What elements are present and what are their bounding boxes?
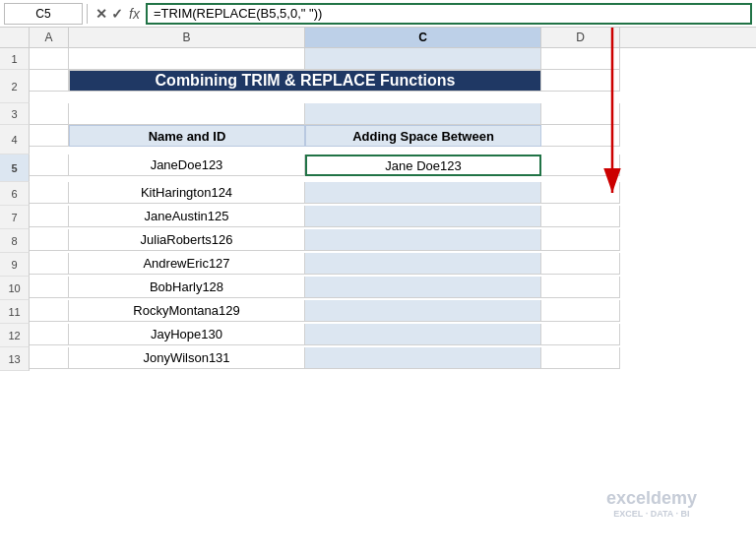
cell-a13[interactable] xyxy=(30,347,69,369)
row-number: 8 xyxy=(0,229,30,253)
confirm-icon[interactable]: ✓ xyxy=(111,6,123,22)
cell-c9[interactable] xyxy=(305,253,541,275)
col-header-a[interactable]: A xyxy=(30,28,69,47)
row-header-spacer xyxy=(0,28,30,47)
cell-b7[interactable]: JaneAustin125 xyxy=(69,206,305,227)
fx-label: fx xyxy=(129,6,140,22)
cell-a9[interactable] xyxy=(30,253,69,275)
cell-d5[interactable] xyxy=(541,155,620,176)
cell-b5-text: JaneDoe123 xyxy=(151,157,223,172)
table-row: 6 KitHarington124 xyxy=(0,182,756,206)
table-row: 13 JonyWilson131 xyxy=(0,347,756,371)
row-number: 1 xyxy=(0,48,30,70)
cell-c11[interactable] xyxy=(305,300,541,322)
cell-b12[interactable]: JayHope130 xyxy=(69,324,305,345)
col-header-d[interactable]: D xyxy=(541,28,620,47)
formula-bar-divider xyxy=(87,4,88,24)
row-number: 10 xyxy=(0,277,30,300)
cell-a11[interactable] xyxy=(30,300,69,322)
cell-a8[interactable] xyxy=(30,229,69,251)
cancel-icon[interactable]: ✕ xyxy=(95,6,107,22)
cell-d2[interactable] xyxy=(541,70,620,92)
cell-c5[interactable]: Jane Doe123 xyxy=(305,155,541,176)
cell-c10[interactable] xyxy=(305,277,541,298)
cell-c13[interactable] xyxy=(305,347,541,369)
cell-a1[interactable] xyxy=(30,48,69,70)
cell-d12[interactable] xyxy=(541,324,620,345)
table-row: 9 AndrewEric127 xyxy=(0,253,756,277)
row-number: 11 xyxy=(0,300,30,324)
cell-d9[interactable] xyxy=(541,253,620,275)
cell-ref-text: C5 xyxy=(35,7,50,21)
cell-d13[interactable] xyxy=(541,347,620,369)
table-row: 12 JayHope130 xyxy=(0,324,756,347)
row-number: 5 xyxy=(0,155,30,182)
row-number: 6 xyxy=(0,182,30,206)
cell-c6[interactable] xyxy=(305,182,541,204)
col-header-c[interactable]: C xyxy=(305,28,541,47)
cell-c1[interactable] xyxy=(305,48,541,70)
cell-d3[interactable] xyxy=(541,103,620,125)
column-headers: A B C D xyxy=(0,28,756,48)
cell-d7[interactable] xyxy=(541,206,620,227)
cell-a6[interactable] xyxy=(30,182,69,204)
header-name-id-text: Name and ID xyxy=(149,129,226,144)
formula-input[interactable] xyxy=(146,3,752,25)
cell-c7[interactable] xyxy=(305,206,541,227)
row-number: 3 xyxy=(0,103,30,125)
col-header-b[interactable]: B xyxy=(69,28,305,47)
table-row: 4 Name and ID Adding Space Between xyxy=(0,125,756,155)
cell-b10[interactable]: BobHarly128 xyxy=(69,277,305,298)
table-row: 8 JuliaRoberts126 xyxy=(0,229,756,253)
title-cell: Combining TRIM & REPLACE Functions xyxy=(69,70,541,92)
cell-c5-text: Jane Doe123 xyxy=(385,158,461,173)
title-text: Combining TRIM & REPLACE Functions xyxy=(156,72,456,90)
table-row: 7 JaneAustin125 xyxy=(0,206,756,229)
spreadsheet-grid: 1 2 Combining TRIM & REPLACE Functions 3… xyxy=(0,48,756,371)
cell-b13[interactable]: JonyWilson131 xyxy=(69,347,305,369)
cell-d1[interactable] xyxy=(541,48,620,70)
header-adding-space: Adding Space Between xyxy=(305,125,541,147)
row-number: 2 xyxy=(0,70,30,103)
formula-bar: C5 ✕ ✓ fx xyxy=(0,0,756,28)
cell-b8[interactable]: JuliaRoberts126 xyxy=(69,229,305,251)
cell-c3[interactable] xyxy=(305,103,541,125)
row-number: 7 xyxy=(0,206,30,229)
cell-a4[interactable] xyxy=(30,125,69,147)
row-number: 13 xyxy=(0,347,30,371)
cell-a12[interactable] xyxy=(30,324,69,345)
table-row: 3 xyxy=(0,103,756,125)
cell-b1[interactable] xyxy=(69,48,305,70)
cell-d10[interactable] xyxy=(541,277,620,298)
formula-bar-icons: ✕ ✓ xyxy=(92,6,127,22)
header-adding-space-text: Adding Space Between xyxy=(352,129,494,144)
row-number: 12 xyxy=(0,324,30,347)
header-name-id: Name and ID xyxy=(69,125,305,147)
table-row: 10 BobHarly128 xyxy=(0,277,756,300)
cell-a2[interactable] xyxy=(30,70,69,92)
cell-a5[interactable] xyxy=(30,155,69,176)
cell-b3[interactable] xyxy=(69,103,305,125)
cell-b11[interactable]: RockyMontana129 xyxy=(69,300,305,322)
table-row: 11 RockyMontana129 xyxy=(0,300,756,324)
watermark-subtitle: EXCEL · DATA · BI xyxy=(606,509,697,519)
cell-b9[interactable]: AndrewEric127 xyxy=(69,253,305,275)
cell-d8[interactable] xyxy=(541,229,620,251)
cell-c8[interactable] xyxy=(305,229,541,251)
table-row: 2 Combining TRIM & REPLACE Functions xyxy=(0,70,756,103)
table-row: 5 JaneDoe123 Jane Doe123 xyxy=(0,155,756,182)
cell-a10[interactable] xyxy=(30,277,69,298)
row-number: 4 xyxy=(0,125,30,155)
cell-reference-box[interactable]: C5 xyxy=(4,3,83,25)
cell-d6[interactable] xyxy=(541,182,620,204)
watermark-logo: exceldemy xyxy=(606,488,697,509)
cell-d11[interactable] xyxy=(541,300,620,322)
cell-d4[interactable] xyxy=(541,125,620,147)
cell-b5[interactable]: JaneDoe123 xyxy=(69,155,305,176)
cell-b6[interactable]: KitHarington124 xyxy=(69,182,305,204)
table-row: 1 xyxy=(0,48,756,70)
watermark: exceldemy EXCEL · DATA · BI xyxy=(606,488,697,519)
cell-a7[interactable] xyxy=(30,206,69,227)
cell-c12[interactable] xyxy=(305,324,541,345)
cell-a3[interactable] xyxy=(30,103,69,125)
